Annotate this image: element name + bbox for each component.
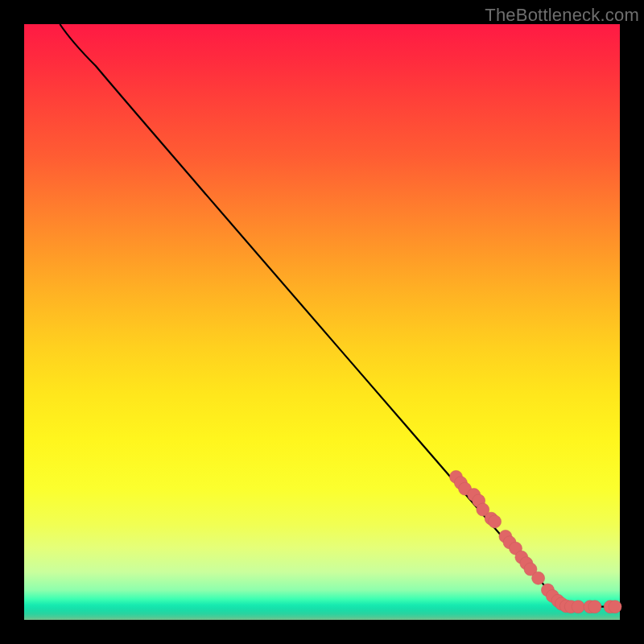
curve-line — [60, 24, 620, 607]
chart-svg — [24, 24, 620, 620]
data-point — [572, 601, 584, 613]
watermark-text: TheBottleneck.com — [485, 5, 639, 26]
data-point — [532, 572, 545, 584]
chart-frame: TheBottleneck.com — [0, 0, 644, 644]
data-points — [450, 470, 622, 613]
data-point — [489, 515, 502, 528]
data-point — [609, 601, 621, 613]
data-point — [588, 601, 601, 613]
